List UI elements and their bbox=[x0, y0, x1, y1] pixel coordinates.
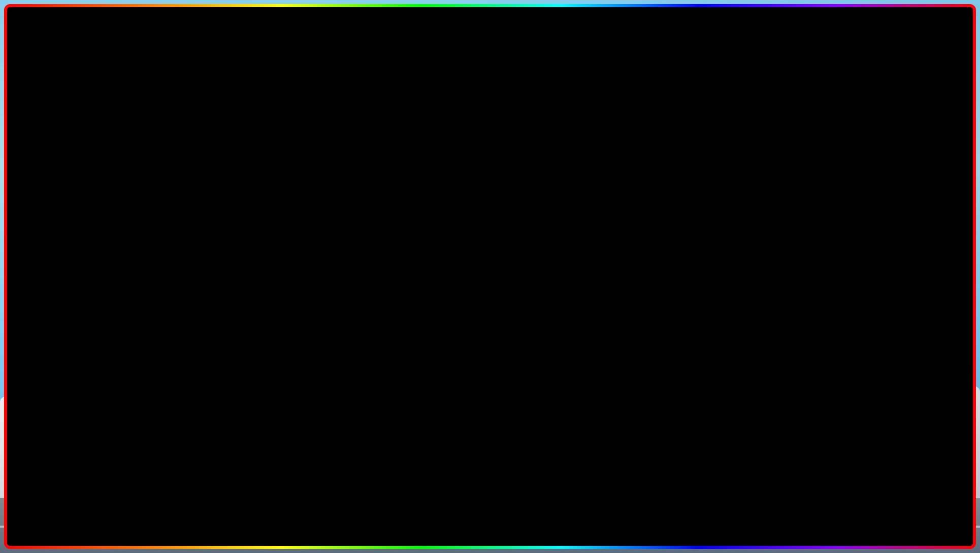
sidebar-dot-buyitems bbox=[44, 236, 48, 240]
sidebar-right: Main Auto Stats Buy Items Raid Race V4 bbox=[671, 199, 727, 339]
toggle-start-auto-farm[interactable]: ✓ bbox=[280, 273, 290, 284]
blox-logo-icon: ☠ bbox=[851, 427, 911, 488]
select-weapon-text: Death Step bbox=[255, 218, 283, 224]
sidebar-label-autostats-r: Auto Stats bbox=[683, 221, 711, 228]
window-body-right: Main Auto Stats Buy Items Raid Race V4 bbox=[671, 199, 928, 339]
sidebar-item-sky-right[interactable]: 👤 Sky bbox=[671, 317, 727, 335]
select-mode-label: Select Mode Farm bbox=[101, 256, 151, 263]
toggle-auto-farm-raid[interactable] bbox=[913, 206, 922, 211]
toggle-buy-chip[interactable] bbox=[913, 322, 922, 327]
sidebar-label-raid-r: Raid bbox=[683, 249, 697, 256]
feature-row-select-mode: Select Mode Farm Level Farm ∧ bbox=[95, 250, 296, 269]
feature-row-select-chips: Select Chips ∧ bbox=[727, 257, 928, 276]
sidebar-avatar-right: 👤 bbox=[676, 320, 688, 331]
start-auto-farm-label: Start Auto Farm bbox=[101, 275, 144, 282]
sidebar-label-misc-r: Misc bbox=[683, 306, 696, 313]
select-monster-value[interactable]: ... ∧ bbox=[278, 306, 290, 314]
main-container: BLOX FRUITS NO-KEY !! Hung Hub | Blox Fr… bbox=[0, 0, 980, 553]
bottom-farm-label: FARM bbox=[364, 486, 493, 538]
sidebar-label-misc: Misc bbox=[51, 306, 64, 313]
auto-farm-raid-label: Auto Farm Raid bbox=[733, 205, 776, 212]
select-chips-value[interactable]: ∧ bbox=[918, 263, 922, 270]
sidebar-dot-autostats-r bbox=[676, 222, 680, 226]
sidebar-item-misc-left[interactable]: Misc bbox=[39, 302, 94, 317]
window-controls-right: 🌿 ✕ bbox=[901, 185, 922, 194]
window-icon-btn-left[interactable]: 🌿 bbox=[269, 185, 278, 194]
sidebar-dot-misc bbox=[44, 307, 48, 312]
sidebar-dot-racev4-r bbox=[676, 265, 680, 269]
toggle-auto-buy-chip[interactable] bbox=[913, 302, 922, 307]
sidebar-label-buyitems-r: Buy Items bbox=[683, 235, 710, 242]
sidebar-label-pvp: PVP bbox=[51, 278, 63, 285]
sidebar-label-autostats: Auto Stats bbox=[51, 221, 79, 228]
chevron-up-monster: ∧ bbox=[285, 306, 290, 314]
select-mode-text: Level Farm bbox=[255, 256, 283, 262]
feature-row-select-monster: Select Monster ... ∧ bbox=[95, 300, 296, 320]
window-close-btn-right[interactable]: ✕ bbox=[913, 185, 922, 194]
sidebar-label-teleport: Teleport bbox=[51, 292, 73, 299]
sidebar-dot-teleport-r bbox=[676, 293, 680, 297]
sidebar-label-racev4-r: Race V4 bbox=[683, 263, 707, 270]
sidebar-label-pvp-r: PVP bbox=[683, 278, 696, 285]
sidebar-label-racev4: Race V4 bbox=[51, 263, 75, 270]
toggle-auto-awakener[interactable] bbox=[913, 225, 922, 230]
select-monster-label: Select Monster bbox=[101, 306, 142, 314]
sidebar-item-pvp-left[interactable]: PVP bbox=[39, 274, 94, 288]
ui-window-left: Hung Hub | Blox Fruits 🌿 ✕ Main Auto Sta… bbox=[38, 180, 297, 340]
sidebar-dot-teleport bbox=[44, 293, 48, 297]
sidebar-item-buyitems-right[interactable]: Buy Items bbox=[671, 231, 727, 246]
sidebar-label-raid: Raid bbox=[51, 249, 64, 256]
toggle-kill-aura[interactable] bbox=[913, 245, 922, 250]
select-mode-value[interactable]: Level Farm ∧ bbox=[255, 256, 290, 263]
window-titlebar-right: Hung Hub | Blox Fruits 🌿 ✕ bbox=[671, 181, 928, 199]
sidebar-item-racev4-right[interactable]: Race V4 bbox=[671, 260, 727, 274]
chevron-up-weapon: ∧ bbox=[285, 217, 290, 224]
window-close-btn-left[interactable]: ✕ bbox=[281, 185, 290, 194]
sidebar-dot-pvp-r bbox=[676, 279, 680, 283]
sidebar-dot-pvp bbox=[44, 279, 48, 283]
select-weapon-value[interactable]: Death Step ∧ bbox=[255, 217, 290, 224]
sidebar-label-sky: Sky bbox=[58, 322, 69, 329]
sidebar-dot-raid-r bbox=[676, 251, 680, 255]
sidebar-item-teleport-left[interactable]: Teleport bbox=[39, 288, 94, 302]
chevron-up-chips: ∧ bbox=[918, 263, 922, 270]
sidebar-item-buyitems-left[interactable]: Buy Items bbox=[39, 231, 94, 246]
bottom-text-container: AUTO FARM SCRIPT PASTEBIN bbox=[0, 486, 980, 538]
sidebar-item-main-right[interactable]: Main bbox=[671, 203, 727, 217]
window-title-left: Hung Hub | Blox Fruits bbox=[45, 186, 117, 194]
sidebar-dot-racev4 bbox=[44, 265, 48, 269]
sidebar-dot-buyitems-r bbox=[676, 236, 680, 240]
main-title: BLOX FRUITS bbox=[0, 15, 980, 96]
sidebar-dot-autostats bbox=[44, 222, 48, 226]
bottom-auto-label: AUTO bbox=[225, 486, 353, 538]
sidebar-item-main-left[interactable]: Main bbox=[39, 203, 94, 217]
sidebar-left: Main Auto Stats Buy Items Raid Race V4 bbox=[39, 199, 95, 339]
sidebar-item-pvp-right[interactable]: PVP bbox=[671, 274, 727, 288]
auto-awakener-label: Auto Awakener bbox=[733, 224, 774, 231]
ui-window-right: Hung Hub | Blox Fruits 🌿 ✕ Main Auto Sta… bbox=[670, 180, 929, 340]
sidebar-item-raid-left[interactable]: Raid bbox=[39, 246, 94, 260]
feature-row-auto-awakener: Auto Awakener bbox=[727, 218, 928, 237]
sidebar-dot-main bbox=[44, 208, 48, 212]
window-body-left: Main Auto Stats Buy Items Raid Race V4 bbox=[39, 199, 296, 339]
sidebar-item-racev4-left[interactable]: Race V4 bbox=[39, 260, 94, 274]
sidebar-item-teleport-right[interactable]: Teleport bbox=[671, 288, 727, 302]
sidebar-item-autostats-right[interactable]: Auto Stats bbox=[671, 217, 727, 231]
sidebar-item-raid-right[interactable]: Raid bbox=[671, 246, 727, 260]
sidebar-item-sky-left[interactable]: 👤 Sky bbox=[39, 317, 94, 335]
sidebar-label-buyitems: Buy Items bbox=[51, 235, 78, 242]
window-title-right: Hung Hub | Blox Fruits bbox=[677, 186, 749, 194]
feature-row-buy-chip: Buy Chip Selected bbox=[727, 315, 928, 334]
window-controls-left: 🌿 ✕ bbox=[269, 185, 290, 194]
sidebar-item-autostats-left[interactable]: Auto Stats bbox=[39, 217, 94, 231]
feature-row-auto-buy-chip: Auto Buy Chip Selected bbox=[727, 295, 928, 315]
feature-row-start-auto-farm: Start Auto Farm ✓ bbox=[95, 269, 296, 288]
window-icon-btn-right[interactable]: 🌿 bbox=[901, 185, 910, 194]
toggle-refresh-weapon[interactable] bbox=[281, 237, 290, 243]
feature-row-refresh-weapon: Refresh Weapon bbox=[95, 230, 296, 250]
sidebar-item-misc-right[interactable]: Misc bbox=[671, 302, 727, 317]
feature-row-auto-farm-raid: Auto Farm Raid bbox=[727, 199, 928, 218]
window-titlebar-left: Hung Hub | Blox Fruits 🌿 ✕ bbox=[39, 181, 296, 199]
sidebar-dot-main-r bbox=[676, 208, 680, 212]
toggle-auto-select-raid[interactable] bbox=[913, 283, 922, 288]
